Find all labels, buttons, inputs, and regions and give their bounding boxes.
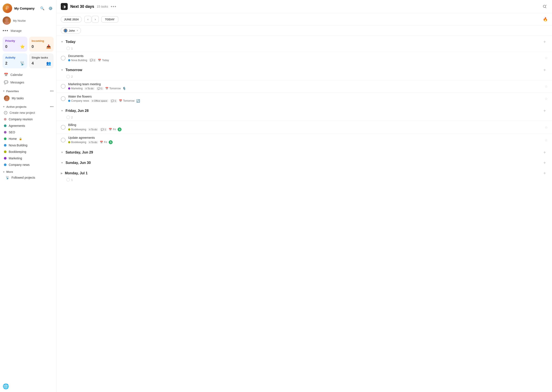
sidebar-item-company-news[interactable]: Company news (2, 161, 54, 168)
saturday-toggle[interactable]: ▼ (61, 151, 63, 154)
today-button[interactable]: TODAY (101, 16, 118, 22)
more-header[interactable]: ▼ More (3, 170, 54, 174)
search-button[interactable]: 🔍 (39, 5, 45, 11)
water-flowers-star[interactable]: ☆ (545, 97, 548, 101)
svg-point-4 (4, 21, 9, 25)
sidebar-item-home[interactable]: Home 🔒 (2, 135, 54, 142)
water-flowers-checkbox[interactable] (61, 96, 65, 101)
monday-add-button[interactable]: + (542, 170, 548, 176)
favorites-title: ▼ Favorites (3, 90, 19, 93)
documents-due: 📅 Today (98, 59, 109, 62)
today-count-label: 1 (71, 47, 73, 50)
update-agreements-star[interactable]: ☆ (545, 138, 548, 142)
marketing-meeting-star[interactable]: ☆ (545, 84, 548, 88)
company-logo[interactable] (3, 3, 12, 13)
activity-label: Activity (5, 56, 25, 59)
sunday-add-button[interactable]: + (542, 160, 548, 166)
saturday-section-header: ▼ Saturday, Jun 29 + (57, 146, 552, 157)
date-filter-button[interactable]: JUNE 2024 (61, 16, 82, 22)
comment-icon: 💬 (90, 59, 93, 62)
task-update-agreements[interactable]: Update agreements Bookkeeping ≡ To-do 📅 (57, 133, 552, 146)
more-chevron[interactable]: ▼ (3, 171, 5, 173)
monday-label: Monday, Jul 1 (65, 171, 539, 175)
today-toggle[interactable]: ▼ (61, 40, 63, 43)
prev-button[interactable]: ‹ (84, 16, 91, 23)
sunday-label: Sunday, Jun 30 (65, 161, 539, 165)
task-list: ▼ Today + 1 Documents Nova Building (57, 36, 552, 392)
active-projects-chevron[interactable]: ▼ (3, 105, 5, 108)
saturday-add-button[interactable]: + (542, 149, 548, 155)
my-tasks-item[interactable]: My tasks (2, 94, 54, 103)
fire-icon[interactable]: 🔥 (543, 17, 548, 22)
sidebar-item-calendar[interactable]: 📅 Calendar (2, 71, 54, 78)
task-count: 15 tasks (97, 5, 108, 8)
messages-icon: 💬 (4, 80, 8, 84)
single-tasks-card[interactable]: Single tasks 4 👥 (29, 53, 54, 68)
sidebar-item-bookkeeping[interactable]: Bookkeeping (2, 148, 54, 155)
water-flowers-section: ≡ Office space (91, 99, 108, 102)
svg-point-2 (7, 7, 9, 10)
sidebar-item-agreements[interactable]: Agreements (2, 123, 54, 129)
task-documents-checkbox[interactable] (61, 56, 65, 61)
sidebar-item-marketing[interactable]: Marketing (2, 155, 54, 161)
manage-item[interactable]: ••• Manage (0, 27, 56, 35)
sidebar-item-nova-building[interactable]: Nova Building (2, 142, 54, 148)
today-add-button[interactable]: + (542, 39, 548, 45)
manage-label: Manage (11, 29, 22, 33)
tomorrow-count-circle (66, 75, 70, 78)
active-projects-more-button[interactable]: ••• (50, 105, 54, 109)
monday-count: 1 (57, 178, 552, 183)
task-billing[interactable]: Billing Bookkeeping ≡ To-do 💬 1 (57, 121, 552, 133)
sidebar-item-seo[interactable]: SEO (2, 129, 54, 135)
tomorrow-count: 2 (57, 74, 552, 80)
user-filter-tag[interactable]: 👤 John × (61, 27, 81, 34)
sunday-section-header: ▼ Sunday, Jun 30 + (57, 157, 552, 167)
next-button[interactable]: › (92, 16, 99, 23)
tomorrow-section-header: ▼ Tomorrow + (57, 64, 552, 74)
sidebar-item-messages[interactable]: 💬 Messages (2, 78, 54, 86)
page-title: Next 30 days (70, 4, 94, 9)
marketing-meeting-checkbox[interactable] (61, 84, 65, 89)
topbar-search-button[interactable] (542, 3, 548, 10)
billing-due: 📅 Fri (109, 128, 116, 131)
tomorrow-toggle[interactable]: ▼ (61, 69, 63, 71)
update-agreements-checkbox[interactable] (61, 138, 65, 142)
task-water-flowers[interactable]: Water the flowers Company news ≡ Office … (57, 92, 552, 105)
sidebar-item-company-reunion[interactable]: Company reunion (2, 116, 54, 123)
friday-add-button[interactable]: + (542, 108, 548, 114)
tomorrow-add-button[interactable]: + (542, 67, 548, 73)
favorites-chevron[interactable]: ▼ (3, 90, 5, 92)
priority-card[interactable]: Priority 0 ⭐ (3, 37, 27, 52)
followed-projects-item[interactable]: 📡 Followed projects (2, 174, 54, 181)
incoming-card[interactable]: Incoming 0 📥 (29, 37, 54, 52)
task-marketing-meeting[interactable]: Marketing team meeting Marketing ≡ To-do… (57, 80, 552, 92)
today-count: 1 (57, 46, 552, 52)
priority-label: Priority (5, 39, 25, 42)
topbar-more-button[interactable]: ••• (111, 4, 116, 9)
documents-star[interactable]: ☆ (545, 56, 548, 60)
user-tag-avatar: 👤 (64, 29, 67, 33)
monday-count-circle (66, 178, 70, 182)
billing-star[interactable]: ☆ (545, 125, 548, 129)
bookkeeping-dot2-meta (68, 141, 70, 143)
monday-toggle[interactable]: ▶ (61, 172, 63, 175)
bookkeeping-dot-meta (68, 128, 70, 131)
mic-icon: 🎙️ (122, 87, 126, 90)
billing-checkbox[interactable] (61, 125, 65, 130)
create-project-item[interactable]: + Create new project (2, 110, 54, 116)
tag-close-icon[interactable]: × (77, 29, 78, 32)
update-agreements-body: Update agreements Bookkeeping ≡ To-do 📅 (68, 136, 542, 144)
activity-card[interactable]: Activity 2 📡 (3, 53, 27, 68)
globe-icon[interactable]: 🌐 (3, 383, 9, 389)
sidebar-user[interactable]: My Nozbe (0, 15, 56, 27)
billing-body: Billing Bookkeeping ≡ To-do 💬 1 (68, 123, 542, 131)
update-agreements-user-badge: S (109, 140, 113, 144)
sunday-toggle[interactable]: ▼ (61, 161, 63, 164)
settings-button[interactable]: ⚙️ (48, 5, 54, 11)
task-documents-title: Documents (68, 54, 542, 58)
documents-project-dot (68, 59, 70, 61)
friday-toggle[interactable]: ▼ (61, 109, 63, 112)
manage-icon: ••• (3, 28, 8, 33)
task-documents[interactable]: Documents Nova Building 💬 2 📅 Today (57, 52, 552, 64)
favorites-more-button[interactable]: ••• (50, 89, 54, 93)
